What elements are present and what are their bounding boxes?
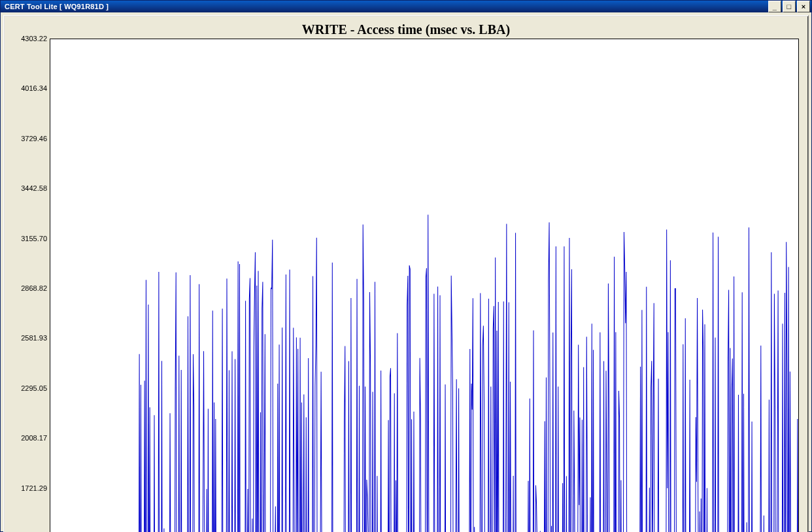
close-button[interactable]: ×	[797, 1, 810, 12]
titlebar[interactable]: CERT Tool Lite [ WQ91R81D ] _ □ ×	[1, 1, 811, 12]
app-window: CERT Tool Lite [ WQ91R81D ] _ □ × WRITE …	[0, 0, 812, 532]
window-title: CERT Tool Lite [ WQ91R81D ]	[5, 3, 109, 10]
maximize-button[interactable]: □	[783, 1, 796, 12]
chart-title: WRITE - Access time (msec vs. LBA)	[13, 22, 799, 37]
minimize-button[interactable]: _	[768, 1, 781, 12]
chart-panel: WRITE - Access time (msec vs. LBA) 0.002…	[3, 15, 809, 532]
y-axis: 0.00286.88573.76860.641147.531434.411721…	[13, 39, 50, 532]
chart-plot[interactable]	[50, 39, 799, 532]
